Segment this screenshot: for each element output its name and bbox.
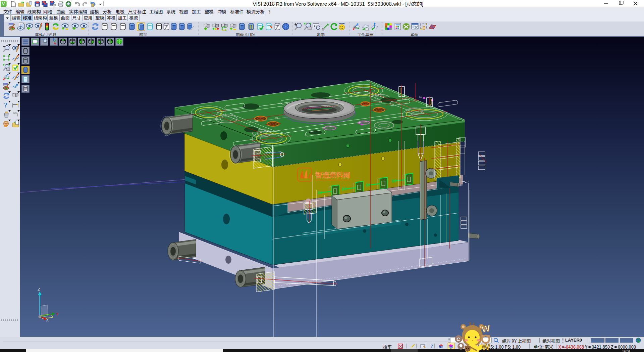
svg-text:V: V [2,2,5,6]
svg-text:智造资料网: 智造资料网 [315,170,350,180]
svg-text:?: ? [4,101,7,109]
svg-text:W: W [482,342,490,352]
svg-text:C: C [457,336,460,342]
svg-text:INTELLIGENT MANUFACTURING DATA: INTELLIGENT MANUFACTURING DATA [315,179,349,181]
svg-text:Y: Y [56,312,59,317]
svg-text:W: W [481,323,491,334]
svg-text:X: X [46,318,49,322]
svg-text:Z: Z [38,287,40,292]
svg-text:?: ? [431,344,433,349]
